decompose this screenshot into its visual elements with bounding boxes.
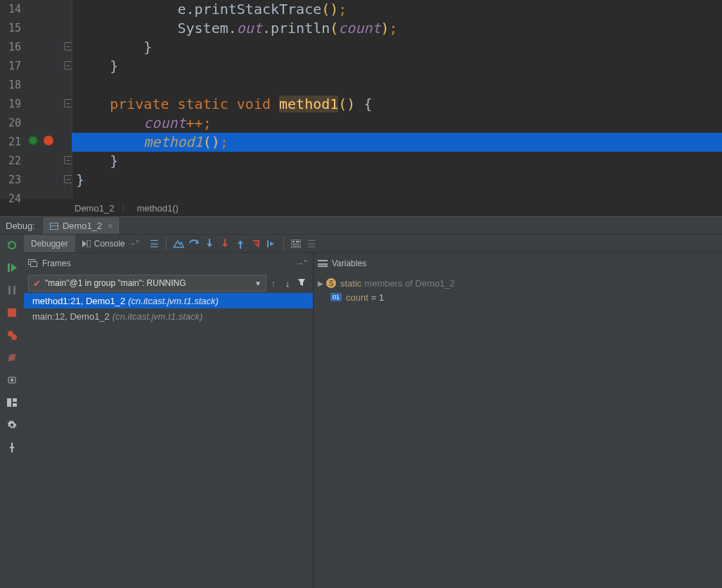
resume-button[interactable] — [6, 261, 18, 274]
svg-rect-11 — [13, 398, 17, 402]
svg-rect-12 — [13, 403, 17, 407]
chevron-down-icon: ▼ — [254, 280, 262, 287]
run-config-icon — [50, 223, 58, 230]
variable-detail: members of Demo1_2 — [364, 278, 455, 289]
debugger-tab[interactable]: Debugger — [24, 235, 75, 253]
line-number[interactable]: 15 — [0, 19, 22, 38]
svg-rect-2 — [13, 286, 15, 294]
code-editor[interactable]: 14 15 16 17 18 19 20 21 22 23 24 e.print… — [0, 0, 722, 199]
thread-name: "main"@1 in group "main": RUNNING — [45, 278, 186, 288]
variable-group[interactable]: ▶ S static members of Demo1_2 — [314, 276, 722, 290]
thread-selector[interactable]: ✔ "main"@1 in group "main": RUNNING ▼ — [28, 275, 266, 292]
stop-button[interactable] — [6, 306, 18, 319]
console-tab[interactable]: Console →" — [75, 235, 146, 253]
line-number[interactable]: 21 — [0, 133, 22, 152]
frames-list[interactable]: method1:21, Demo1_2 (cn.itcast.jvm.t1.st… — [24, 293, 314, 588]
line-number[interactable]: 22 — [0, 152, 22, 171]
debug-label: Debug: — [6, 221, 35, 231]
breakpoint-icon[interactable] — [28, 136, 38, 145]
pause-button[interactable] — [6, 284, 18, 296]
svg-rect-0 — [8, 263, 10, 272]
line-number[interactable]: 16 — [0, 38, 22, 57]
line-number[interactable]: 23 — [0, 171, 22, 190]
svg-rect-17 — [292, 244, 299, 244]
prev-frame-button[interactable]: ↑ — [266, 278, 281, 289]
debug-toolwindow-header: Debug: Demo1_2 × — [0, 216, 722, 234]
svg-point-9 — [11, 379, 13, 381]
run-to-cursor-button[interactable] — [264, 236, 279, 251]
svg-rect-10 — [7, 398, 11, 407]
svg-rect-16 — [296, 241, 299, 242]
line-number[interactable]: 17 — [0, 57, 22, 76]
evaluate-expression-button[interactable] — [288, 236, 304, 251]
frame-package: (cn.itcast.jvm.t1.stack) — [112, 311, 203, 322]
step-over-button[interactable] — [186, 236, 202, 251]
expand-icon[interactable]: ▶ — [318, 280, 323, 287]
check-icon: ✔ — [33, 278, 41, 289]
svg-point-5 — [11, 334, 17, 340]
stack-frame[interactable]: method1:21, Demo1_2 (cn.itcast.jvm.t1.st… — [24, 293, 313, 308]
variables-icon — [318, 260, 328, 267]
breadcrumb-method[interactable]: method1() — [137, 203, 179, 214]
svg-rect-3 — [8, 308, 16, 317]
variable-value: = 1 — [371, 292, 384, 303]
view-breakpoints-button[interactable] — [6, 329, 18, 341]
line-number[interactable]: 18 — [0, 76, 22, 95]
thread-selector-row: ✔ "main"@1 in group "main": RUNNING ▼ ↑ … — [24, 273, 314, 293]
drop-frame-button[interactable] — [248, 236, 264, 251]
editor-gutter[interactable]: 14 15 16 17 18 19 20 21 22 23 24 — [0, 0, 72, 199]
variables-panel[interactable]: ▶ S static members of Demo1_2 01 count =… — [314, 273, 722, 588]
debug-config-name: Demo1_2 — [63, 221, 102, 231]
restore-layout-icon[interactable]: →" — [295, 258, 307, 268]
frame-location: main:12, Demo1_2 — [32, 311, 110, 322]
pin-button[interactable] — [6, 441, 18, 454]
static-badge-icon: S — [326, 278, 336, 288]
breadcrumb-class[interactable]: Demo1_2 — [75, 203, 114, 214]
close-icon[interactable]: × — [108, 221, 112, 231]
mute-breakpoints-button[interactable] — [6, 351, 18, 364]
svg-rect-15 — [292, 241, 295, 242]
variable-name: count — [346, 292, 368, 303]
get-thread-dump-button[interactable] — [6, 374, 18, 386]
settings-button[interactable] — [6, 419, 18, 431]
svg-rect-1 — [8, 286, 11, 294]
execution-point-icon — [44, 136, 53, 145]
line-number[interactable]: 14 — [0, 0, 22, 19]
breadcrumb[interactable]: Demo1_2 〉 method1() — [75, 202, 179, 216]
variables-title: Variables — [332, 259, 366, 268]
show-execution-point-button[interactable] — [171, 236, 186, 251]
svg-rect-13 — [87, 240, 91, 247]
debug-config-tab[interactable]: Demo1_2 × — [44, 218, 119, 234]
debug-session-toolbar — [0, 234, 24, 588]
filter-frames-button[interactable] — [295, 278, 309, 289]
trace-current-stream-chain-button[interactable]: ☰ — [304, 236, 319, 251]
frame-location: method1:21, Demo1_2 — [32, 296, 125, 306]
force-step-into-button[interactable] — [217, 236, 233, 251]
step-into-button[interactable] — [202, 236, 217, 251]
primitive-badge-icon: 01 — [330, 293, 342, 301]
debug-tabs-toolbar: Debugger Console →" ☰ ☰ — [24, 234, 722, 252]
svg-rect-18 — [292, 246, 299, 247]
line-number[interactable]: 24 — [0, 190, 22, 209]
variable-row[interactable]: 01 count = 1 — [314, 290, 722, 304]
next-frame-button[interactable]: ↓ — [281, 278, 295, 289]
variable-label: static — [340, 278, 361, 289]
chevron-right-icon: 〉 — [121, 203, 130, 214]
step-out-button[interactable] — [233, 236, 248, 251]
stack-frame[interactable]: main:12, Demo1_2 (cn.itcast.jvm.t1.stack… — [24, 308, 313, 324]
debug-panes-header: Frames →" Variables — [24, 252, 722, 273]
frames-title: Frames — [42, 259, 71, 268]
line-number[interactable]: 20 — [0, 114, 22, 133]
layout-button[interactable] — [6, 396, 18, 409]
code-area[interactable]: e.printStackTrace(); System.out.println(… — [72, 0, 722, 199]
frames-icon — [28, 259, 38, 268]
frame-package: (cn.itcast.jvm.t1.stack) — [128, 296, 219, 306]
line-number[interactable]: 19 — [0, 95, 22, 114]
rerun-button[interactable] — [6, 239, 18, 251]
threads-icon[interactable]: ☰ — [146, 236, 162, 251]
